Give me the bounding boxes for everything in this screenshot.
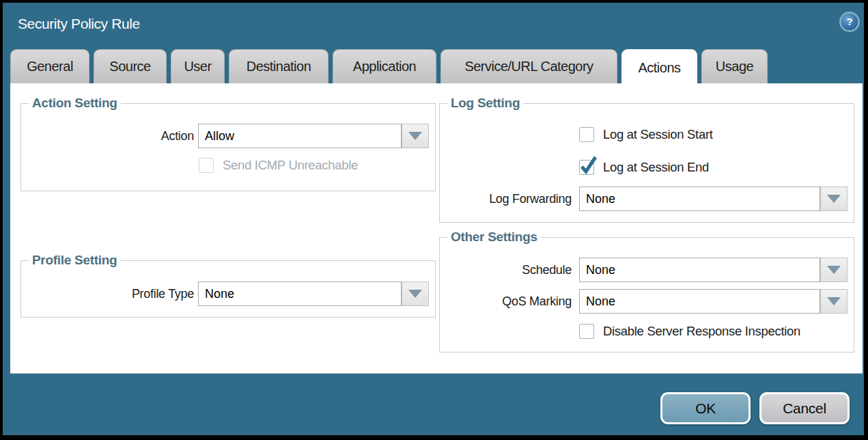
tab-label: Usage [716, 59, 753, 74]
tab-label: Service/URL Category [464, 59, 593, 74]
tab-source[interactable]: Source [94, 49, 167, 83]
log-at-session-start-checkbox-row[interactable]: Log at Session Start [579, 127, 713, 142]
screenshot-frame: Security Policy Rule ? General Source Us… [0, 0, 868, 440]
action-dropdown[interactable]: Allow [198, 124, 402, 148]
profile-setting-group: Profile Setting Profile Type None [20, 260, 436, 318]
group-legend: Log Setting [447, 96, 523, 111]
checkbox-label: Log at Session Start [603, 127, 713, 142]
qos-marking-dropdown[interactable]: None [579, 289, 820, 314]
action-value: Allow [205, 129, 234, 143]
other-settings-group: Other Settings Schedule None QoS Marking… [439, 237, 854, 353]
action-setting-group: Action Setting Action Allow Send ICMP Un… [20, 103, 436, 191]
actions-tab-panel: Action Setting Action Allow Send ICMP Un… [10, 83, 863, 374]
log-forwarding-dropdown-button[interactable] [820, 187, 848, 211]
profile-type-value: None [205, 287, 234, 301]
profile-type-label: Profile Type [21, 281, 194, 306]
log-at-session-end-checkbox-row[interactable]: Log at Session End [579, 160, 709, 175]
qos-marking-value: None [586, 294, 615, 308]
schedule-label: Schedule [440, 258, 572, 282]
checkbox-label: Log at Session End [603, 160, 709, 175]
chevron-down-icon [827, 297, 841, 305]
chevron-down-icon [827, 266, 841, 274]
tab-actions[interactable]: Actions [621, 49, 697, 85]
chevron-down-icon [408, 132, 422, 140]
group-legend: Action Setting [29, 96, 121, 111]
tab-destination[interactable]: Destination [229, 49, 328, 83]
log-forwarding-label: Log Forwarding [440, 187, 572, 211]
log-setting-group: Log Setting Log at Session Start Log at … [439, 103, 854, 223]
tab-general[interactable]: General [10, 49, 89, 83]
ok-button[interactable]: OK [660, 392, 751, 424]
qos-marking-label: QoS Marking [440, 289, 572, 314]
chevron-down-icon [827, 195, 841, 203]
check-icon [579, 155, 598, 175]
send-icmp-unreachable-checkbox [199, 158, 214, 173]
chevron-down-icon [408, 290, 422, 298]
security-policy-rule-dialog: Security Policy Rule ? General Source Us… [3, 3, 864, 435]
schedule-value: None [586, 263, 615, 277]
checkbox-label: Disable Server Response Inspection [603, 324, 800, 339]
log-forwarding-value: None [586, 192, 615, 206]
action-dropdown-button[interactable] [402, 124, 429, 148]
tab-label: User [184, 59, 211, 74]
tab-label: Application [353, 59, 416, 74]
cancel-button[interactable]: Cancel [759, 392, 850, 424]
log-at-session-start-checkbox[interactable] [579, 127, 594, 142]
dialog-title: Security Policy Rule [18, 16, 140, 32]
tab-service-url-category[interactable]: Service/URL Category [440, 49, 617, 83]
action-label: Action [21, 124, 194, 148]
log-forwarding-dropdown[interactable]: None [579, 187, 820, 211]
log-at-session-end-checkbox[interactable] [579, 160, 594, 175]
tab-user[interactable]: User [171, 49, 225, 83]
group-legend: Other Settings [447, 230, 541, 245]
checkbox-label: Send ICMP Unreachable [223, 158, 358, 173]
disable-server-response-inspection-checkbox-row[interactable]: Disable Server Response Inspection [579, 324, 800, 339]
qos-marking-dropdown-button[interactable] [820, 289, 848, 314]
tab-label: General [27, 59, 73, 74]
help-icon[interactable]: ? [841, 14, 858, 30]
tab-application[interactable]: Application [333, 49, 436, 83]
tab-label: Destination [247, 59, 311, 74]
profile-type-dropdown-button[interactable] [402, 281, 429, 306]
profile-type-dropdown[interactable]: None [198, 281, 402, 306]
cancel-button-label: Cancel [783, 400, 826, 417]
group-legend: Profile Setting [29, 253, 120, 268]
tab-label: Source [109, 59, 150, 74]
tab-usage[interactable]: Usage [701, 49, 768, 83]
ok-button-label: OK [695, 400, 716, 417]
disable-server-response-inspection-checkbox[interactable] [579, 324, 594, 339]
schedule-dropdown-button[interactable] [820, 258, 848, 282]
send-icmp-unreachable-checkbox-row: Send ICMP Unreachable [199, 158, 358, 173]
tab-label: Actions [638, 60, 680, 76]
schedule-dropdown[interactable]: None [579, 258, 820, 282]
